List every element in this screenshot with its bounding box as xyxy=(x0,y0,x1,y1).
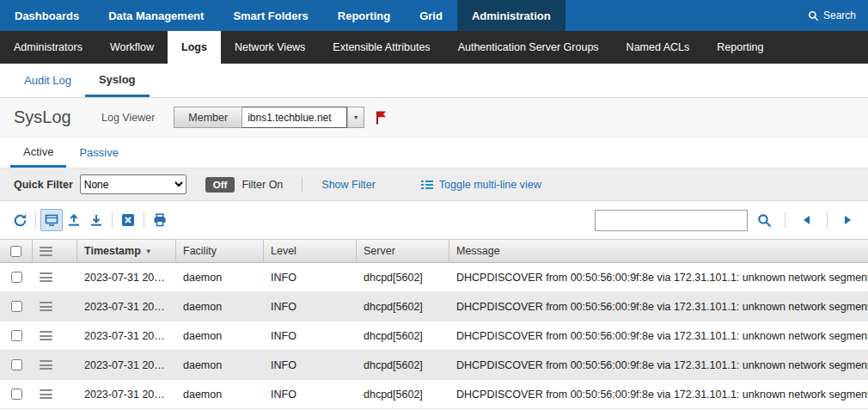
row-menu-icon[interactable] xyxy=(40,302,52,311)
log-type-tab[interactable]: Syslog xyxy=(85,64,150,97)
top-nav: Dashboards Data Management Smart Folders… xyxy=(0,0,868,31)
grid-search-input[interactable] xyxy=(595,210,748,231)
cell-message: DHCPDISCOVER from 00:50:56:00:9f:8e via … xyxy=(449,263,868,291)
log-type-tab[interactable]: Audit Log xyxy=(10,64,85,97)
sub-nav-item[interactable]: Logs xyxy=(168,31,221,64)
sub-nav-item[interactable]: Network Views xyxy=(221,31,319,64)
admin-sub-nav: Administrators Workflow Logs Network Vie… xyxy=(0,31,868,64)
table-row[interactable]: 2023-07-31 20… daemon INFO dhcpd[5602] D… xyxy=(0,351,868,380)
view-tab-label: Active xyxy=(23,145,53,158)
row-select-cell xyxy=(0,321,33,350)
member-button[interactable]: Member xyxy=(174,107,242,128)
download-icon xyxy=(89,213,103,227)
next-page-button[interactable] xyxy=(837,209,859,231)
column-header-message[interactable]: Message xyxy=(449,240,868,262)
clear-icon xyxy=(121,213,135,227)
refresh-button[interactable] xyxy=(9,209,31,231)
quick-filter-select[interactable]: None xyxy=(80,174,186,194)
sub-nav-item[interactable]: Reporting xyxy=(703,31,777,64)
top-nav-item-label: Grid xyxy=(419,9,443,22)
top-nav-item-label: Administration xyxy=(472,9,551,22)
select-all-cell xyxy=(0,240,33,262)
grid-search-icon xyxy=(757,213,772,228)
sub-nav-item-label: Named ACLs xyxy=(627,41,690,53)
cell-level: INFO xyxy=(264,351,357,379)
row-menu-cell xyxy=(33,321,77,350)
column-header-facility[interactable]: Facility xyxy=(176,240,264,262)
select-all-checkbox[interactable] xyxy=(10,246,21,257)
row-menu-cell xyxy=(33,292,77,321)
divider xyxy=(827,212,828,228)
chevron-down-icon: ▼ xyxy=(353,114,359,120)
table-row[interactable]: 2023-07-31 20… daemon INFO dhcpd[5602] D… xyxy=(0,321,868,351)
cell-facility: daemon xyxy=(176,380,264,408)
download-button[interactable] xyxy=(85,209,107,231)
row-checkbox[interactable] xyxy=(11,359,22,370)
cell-level: INFO xyxy=(264,380,357,408)
sub-nav-item[interactable]: Workflow xyxy=(96,31,168,64)
global-search[interactable]: Search xyxy=(796,0,868,31)
column-header-level[interactable]: Level xyxy=(264,240,357,262)
view-tab[interactable]: Active xyxy=(10,138,66,168)
row-select-cell xyxy=(0,351,33,379)
top-nav-item[interactable]: Smart Folders xyxy=(218,0,322,31)
bookmark-flag-icon[interactable] xyxy=(375,110,387,125)
row-checkbox[interactable] xyxy=(11,301,22,312)
filter-toggle-button[interactable]: Off xyxy=(205,177,235,193)
cell-timestamp: 2023-07-31 20… xyxy=(77,380,176,408)
sub-nav-item[interactable]: Authentication Server Groups xyxy=(444,31,613,64)
row-checkbox[interactable] xyxy=(11,272,22,283)
table-row[interactable]: 2023-07-31 20… daemon INFO dhcpd[5602] D… xyxy=(0,263,868,292)
top-nav-item[interactable]: Administration xyxy=(457,0,565,31)
table-row[interactable]: 2023-07-31 20… daemon INFO dhcpd[5602] D… xyxy=(0,292,868,321)
top-nav-item[interactable]: Grid xyxy=(405,0,457,31)
sub-nav-item[interactable]: Extensible Attributes xyxy=(319,31,443,64)
sub-nav-item[interactable]: Named ACLs xyxy=(613,31,704,64)
column-header-timestamp[interactable]: Timestamp ▼ xyxy=(77,240,176,262)
member-input[interactable] xyxy=(242,107,347,128)
row-checkbox[interactable] xyxy=(11,389,22,400)
row-select-cell xyxy=(0,263,33,291)
print-button[interactable] xyxy=(149,209,171,231)
prev-page-button[interactable] xyxy=(795,209,817,231)
row-menu-icon[interactable] xyxy=(40,389,52,399)
divider xyxy=(112,212,113,228)
table-row[interactable]: 2023-07-31 20… daemon INFO dhcpd[5602] D… xyxy=(0,380,868,409)
show-filter-link[interactable]: Show Filter xyxy=(321,179,376,191)
row-menu-cell xyxy=(33,351,77,379)
row-menu-icon[interactable] xyxy=(40,360,52,370)
clear-button[interactable] xyxy=(117,209,139,231)
export-button[interactable] xyxy=(63,209,85,231)
grid-search-button[interactable] xyxy=(753,209,775,231)
follow-view-button[interactable] xyxy=(40,209,63,231)
toggle-multiline-link[interactable]: Toggle multi-line view xyxy=(439,179,541,191)
sort-desc-icon: ▼ xyxy=(145,248,152,255)
cell-server: dhcpd[5602] xyxy=(357,321,449,350)
row-menu-icon[interactable] xyxy=(40,331,52,340)
table-header: Timestamp ▼ Facility Level Server Messag… xyxy=(0,239,868,263)
global-search-label: Search xyxy=(823,9,856,21)
quick-filter-bar: Quick Filter None Off Filter On Show Fil… xyxy=(0,168,868,201)
multiline-view-icon xyxy=(420,179,434,191)
table-body: 2023-07-31 20… daemon INFO dhcpd[5602] D… xyxy=(0,263,868,409)
print-icon xyxy=(153,213,167,227)
top-nav-item-label: Smart Folders xyxy=(233,9,308,22)
refresh-icon xyxy=(13,213,28,228)
column-header-server[interactable]: Server xyxy=(357,240,449,262)
top-nav-item[interactable]: Reporting xyxy=(323,0,405,31)
sub-nav-item-label: Workflow xyxy=(110,41,154,53)
sub-nav-item-label: Reporting xyxy=(717,41,763,53)
header-menu-cell[interactable] xyxy=(33,240,77,262)
top-nav-item[interactable]: Dashboards xyxy=(0,0,94,31)
top-nav-item[interactable]: Data Management xyxy=(94,0,218,31)
row-checkbox[interactable] xyxy=(11,330,22,341)
row-select-cell xyxy=(0,292,33,321)
sub-nav-item-label: Network Views xyxy=(235,41,305,53)
row-menu-icon[interactable] xyxy=(40,272,52,282)
divider xyxy=(302,177,303,193)
sub-nav-item[interactable]: Administrators xyxy=(0,31,96,64)
grid-toolbar xyxy=(0,201,868,239)
row-select-cell xyxy=(0,380,33,408)
member-dropdown-button[interactable]: ▼ xyxy=(347,107,364,128)
view-tab[interactable]: Passive xyxy=(66,138,131,168)
